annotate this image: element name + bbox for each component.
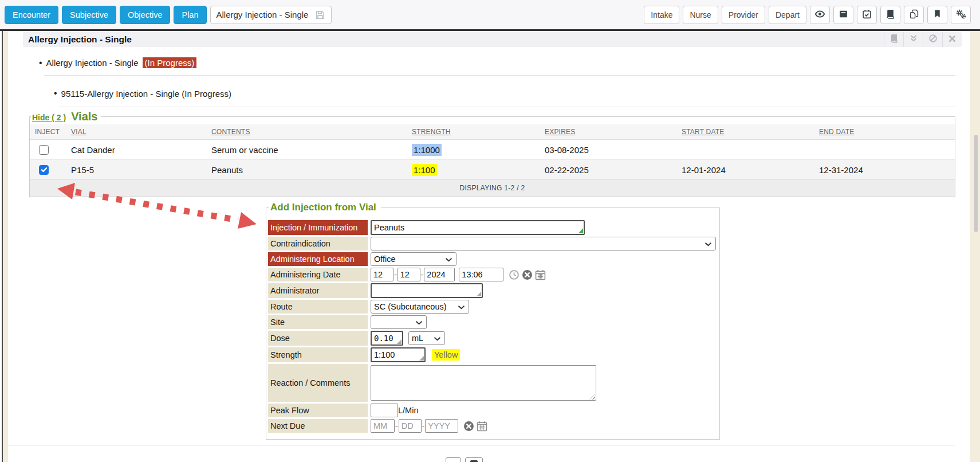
bookmark-button[interactable]: [927, 6, 947, 24]
column-header-strength[interactable]: STRENGTH: [407, 124, 540, 140]
panel-titlebar-actions: [884, 32, 962, 47]
close-button[interactable]: [942, 32, 962, 47]
plan-button[interactable]: Plan: [174, 6, 206, 24]
column-header-expires[interactable]: EXPIRES: [540, 124, 676, 140]
contraindication-label: Contraindication: [268, 237, 368, 250]
chevron-double-down-icon: [909, 34, 918, 45]
active-form-tab-label: Allergy Injection - Single: [217, 10, 309, 19]
clear-date-icon[interactable]: [463, 421, 474, 432]
intake-button[interactable]: Intake: [644, 6, 679, 24]
column-header-end-date[interactable]: END DATE: [814, 124, 955, 140]
start-date-cell: 12-01-2024: [676, 160, 814, 180]
depart-button[interactable]: Depart: [769, 6, 806, 24]
resize-handle-icon[interactable]: [477, 292, 481, 296]
injection-label: Injection / Immunization: [268, 220, 368, 235]
disable-button[interactable]: [923, 32, 942, 47]
strength-color-note: Yellow: [432, 349, 460, 361]
settings-button[interactable]: [951, 6, 971, 24]
panel-titlebar: Allergy Injection - Single: [23, 32, 962, 47]
hide-vials-link[interactable]: Hide ( 2 ): [32, 113, 66, 122]
form-row-contraindication: Contraindication: [268, 237, 719, 250]
divider: [58, 107, 955, 107]
inject-checkbox[interactable]: [39, 165, 49, 175]
reaction-textarea[interactable]: [371, 365, 596, 401]
column-header-vial[interactable]: VIAL: [66, 124, 206, 140]
book-button[interactable]: [880, 6, 900, 24]
date-separator: -: [422, 421, 425, 430]
date-separator: -: [421, 270, 424, 279]
copy-button[interactable]: [904, 6, 924, 24]
contraindication-select[interactable]: [371, 237, 716, 250]
site-select[interactable]: [371, 315, 427, 329]
resize-handle-icon[interactable]: [419, 356, 424, 361]
date-year-input[interactable]: [424, 268, 455, 281]
end-date-cell: 12-31-2024: [814, 160, 955, 180]
next-due-year-input[interactable]: [425, 419, 458, 433]
column-header-contents[interactable]: CONTENTS: [206, 124, 407, 140]
next-due-day-input[interactable]: [399, 419, 422, 433]
location-select[interactable]: Office: [371, 252, 456, 266]
inject-checkbox[interactable]: [39, 145, 49, 155]
form-row-dose: Dose mL: [268, 331, 719, 346]
next-due-month-input[interactable]: [371, 419, 395, 433]
expires-cell: 03-08-2025: [540, 140, 676, 160]
date-day-input[interactable]: [397, 268, 420, 281]
encounter-content: Allergy Injection - Single • Allergy Inj…: [8, 31, 970, 462]
nurse-button[interactable]: Nurse: [683, 6, 718, 24]
print-button[interactable]: [465, 457, 483, 462]
subjective-button[interactable]: Subjective: [62, 6, 116, 24]
print-icon: [470, 460, 478, 462]
slash-circle-icon: [928, 34, 938, 45]
time-input[interactable]: [459, 268, 503, 281]
eye-icon: [814, 9, 825, 21]
form-row-strength: Strength Yellow: [268, 347, 719, 362]
location-select-value: Office: [374, 255, 396, 264]
chevron-down-icon: [458, 302, 465, 311]
provider-button[interactable]: Provider: [722, 6, 765, 24]
dose-label: Dose: [268, 331, 368, 346]
route-label: Route: [268, 300, 368, 314]
collapse-all-button[interactable]: [903, 32, 923, 47]
injection-input[interactable]: [371, 220, 585, 235]
encounter-sub-item-text: 95115-Allergy Injection - Single (In Pro…: [61, 89, 231, 99]
panel-book-button[interactable]: [884, 32, 903, 47]
column-header-start-date[interactable]: START DATE: [676, 124, 814, 140]
clear-date-icon[interactable]: [522, 269, 533, 280]
archive-button[interactable]: [833, 6, 853, 24]
scrollbar-thumb[interactable]: [974, 135, 978, 232]
site-label: Site: [268, 315, 368, 329]
vials-section: Hide ( 2 ) Vials INJECT VIAL CONTENTS ST…: [29, 110, 955, 197]
route-select-value: SC (Subcutaneous): [374, 302, 447, 311]
route-select[interactable]: SC (Subcutaneous): [371, 300, 469, 314]
encounter-list-item: • Allergy Injection - Single (In Progres…: [39, 57, 196, 68]
form-row-reaction: Reaction / Comments: [268, 364, 719, 402]
eye-button[interactable]: [810, 6, 830, 24]
encounter-button[interactable]: Encounter: [5, 6, 58, 24]
resize-handle-icon[interactable]: [578, 228, 583, 233]
vial-cell: P15-5: [66, 160, 206, 180]
current-time-icon[interactable]: [509, 269, 519, 280]
strength-input[interactable]: [371, 347, 426, 362]
form-action-button[interactable]: [446, 457, 461, 462]
calendar-icon[interactable]: [535, 269, 546, 280]
active-form-tab[interactable]: Allergy Injection - Single: [210, 6, 332, 24]
allergy-injection-screen: Encounter Subjective Objective Plan Alle…: [0, 0, 980, 462]
chevron-down-icon: [416, 318, 422, 327]
strength-cell: 1:100: [412, 164, 437, 176]
calendar-icon[interactable]: [477, 421, 487, 432]
table-pagination: DISPLAYING 1-2 / 2: [30, 180, 955, 197]
form-row-date: Administering Date - -: [268, 268, 719, 281]
book-icon: [885, 9, 895, 21]
right-margin: [970, 31, 980, 462]
date-month-input[interactable]: [371, 268, 393, 281]
objective-button[interactable]: Objective: [120, 6, 170, 24]
expires-cell: 02-22-2025: [540, 160, 676, 180]
administrator-input[interactable]: [371, 283, 483, 298]
copy-icon: [909, 9, 919, 21]
save-icon[interactable]: [315, 10, 325, 20]
peak-flow-input[interactable]: [371, 404, 398, 417]
bookmark-icon: [933, 9, 942, 20]
calendar-check-button[interactable]: [857, 6, 877, 24]
dose-unit-select[interactable]: mL: [408, 331, 445, 345]
resize-handle-icon[interactable]: [397, 339, 402, 344]
